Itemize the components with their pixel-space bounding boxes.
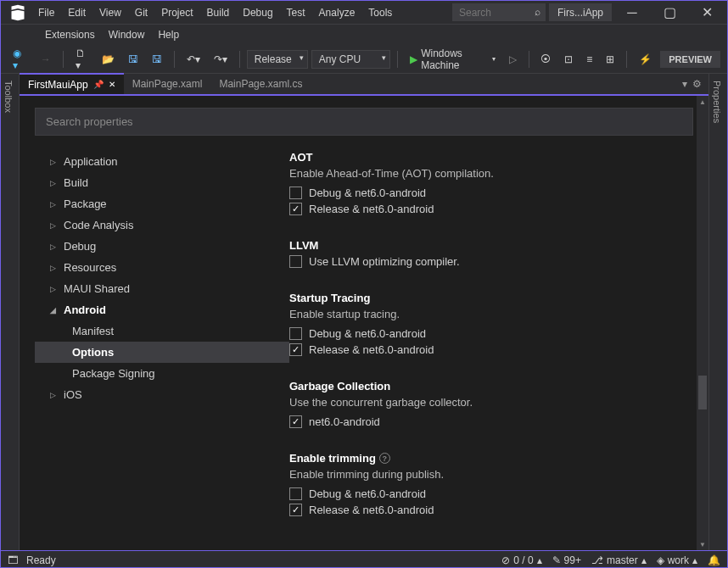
checkbox-label: Release & net6.0-android [309,343,434,356]
new-item-button[interactable]: 🗋▾ [70,44,94,75]
checkbox[interactable] [289,487,302,500]
platform-selector[interactable]: Any CPU [311,50,391,69]
tree-item-maui-shared[interactable]: ▷MAUI Shared [35,278,289,299]
toolbar-icon-5[interactable]: ⚡ [634,50,657,69]
project-properties-panel: Search properties ▷Application▷Build▷Pac… [20,96,708,550]
save-all-button[interactable]: 🖫 [147,50,167,69]
tree-item-package-signing[interactable]: Package Signing [35,363,289,384]
section-startup-tracing: Startup TracingEnable startup tracing.De… [289,292,686,356]
tree-item-android[interactable]: ◢Android [35,299,289,320]
menu-test[interactable]: Test [280,3,312,22]
menu-tools[interactable]: Tools [361,3,399,22]
scrollbar-vertical[interactable]: ▲ ▼ [697,96,708,550]
menu-debug[interactable]: Debug [236,3,279,22]
repo-indicator[interactable]: ◈ work ▴ [657,554,697,566]
properties-tab[interactable]: Properties [709,74,725,130]
toolbox-tab[interactable]: Toolbox [1,74,16,120]
toolbar-icon-3[interactable]: ≡ [581,50,597,69]
tree-item-debug[interactable]: ▷Debug [35,236,289,257]
checkbox-label: Debug & net6.0-android [309,327,426,340]
forward-button[interactable]: → [36,50,56,69]
output-icon[interactable]: 🗔 [8,554,18,566]
solution-selector[interactable]: Firs...iApp [549,3,612,21]
section-desc: Enable trimming during publish. [289,468,686,481]
scroll-thumb[interactable] [698,376,707,409]
menu-project[interactable]: Project [154,3,199,22]
tabs-overflow-icon[interactable]: ▾ [682,78,687,90]
notifications-icon[interactable]: 🔔 [708,554,720,566]
titlebar-search[interactable] [452,3,546,21]
tree-arrow-icon: ◢ [50,306,59,315]
content-area: FirstMauiApp📌✕MainPage.xamlMainPage.xaml… [20,74,708,550]
preview-badge[interactable]: PREVIEW [660,51,720,68]
undo-button[interactable]: ↶▾ [182,50,205,69]
branch-indicator[interactable]: ⎇ master ▴ [591,554,647,566]
scroll-down-arrow[interactable]: ▼ [697,538,708,550]
section-enable-trimming: Enable trimming?Enable trimming during p… [289,452,686,516]
search-properties-input[interactable]: Search properties [35,108,693,136]
menu-edit[interactable]: Edit [61,3,92,22]
toolbar-icon-4[interactable]: ⊞ [601,50,619,69]
checkbox-label: net6.0-android [309,415,380,428]
menu-analyze[interactable]: Analyze [312,3,362,22]
tree-item-ios[interactable]: ▷iOS [35,384,289,405]
checkbox[interactable] [289,187,302,199]
menu-help[interactable]: Help [151,25,186,44]
tree-item-application[interactable]: ▷Application [35,151,289,172]
toolbar-icon-2[interactable]: ⊡ [559,50,578,69]
error-count[interactable]: ⊘ 0 / 0 ▴ [501,554,541,566]
checkbox[interactable] [289,343,302,356]
scroll-up-arrow[interactable]: ▲ [697,96,708,108]
save-button[interactable]: 🖫 [123,50,143,69]
start-debug-button[interactable]: ▶Windows Machine▾ [405,44,500,75]
tree-item-package[interactable]: ▷Package [35,193,289,214]
section-desc: Enable startup tracing. [289,308,686,320]
redo-button[interactable]: ↷▾ [209,50,232,69]
menu-git[interactable]: Git [128,3,154,22]
back-button[interactable]: ◉ ▾ [8,44,32,75]
doc-tab[interactable]: FirstMauiApp📌✕ [20,73,124,94]
close-tab-icon[interactable]: ✕ [109,80,115,89]
menu-window[interactable]: Window [102,25,152,44]
close-button[interactable]: ✕ [690,3,724,23]
toolbar-icon-1[interactable]: ⦿ [535,50,556,69]
checkbox-label: Use LLVM optimizing compiler. [309,255,460,268]
tree-item-manifest[interactable]: Manifest [35,320,289,342]
checkbox[interactable] [289,415,302,428]
checkbox[interactable] [289,255,302,268]
search-icon: ⌕ [535,6,540,18]
help-icon[interactable]: ? [379,453,390,464]
menu-view[interactable]: View [92,3,128,22]
open-button[interactable]: 📂 [97,50,120,69]
tree-item-label: Resources [64,261,116,274]
doc-tab[interactable]: MainPage.xaml.cs [210,74,311,94]
checkbox[interactable] [289,327,302,340]
tree-arrow-icon: ▷ [50,179,59,187]
tree-item-options[interactable]: Options [35,342,289,363]
tree-item-label: Application [64,155,118,168]
tree-arrow-icon: ▷ [50,158,59,166]
config-selector[interactable]: Release [247,50,308,69]
tree-arrow-icon: ▷ [50,391,59,399]
menu-file[interactable]: File [31,3,61,22]
menu-extensions[interactable]: Extensions [38,25,102,44]
tree-item-build[interactable]: ▷Build [35,172,289,193]
section-title: Garbage Collection [289,380,686,393]
tree-item-resources[interactable]: ▷Resources [35,257,289,278]
menu-build[interactable]: Build [200,3,237,22]
doc-tab[interactable]: MainPage.xaml [124,74,211,94]
start-without-debug-button[interactable]: ▷ [504,50,522,69]
tabs-settings-icon[interactable]: ⚙ [692,78,702,90]
maximize-button[interactable]: ▢ [652,3,686,23]
pending-changes[interactable]: ✎ 99+ [552,554,581,566]
tree-arrow-icon: ▷ [50,200,59,209]
checkbox-row: Use LLVM optimizing compiler. [289,255,686,268]
checkbox[interactable] [289,504,302,516]
doc-tab-label: FirstMauiApp [28,79,88,91]
document-tabs: FirstMauiApp📌✕MainPage.xamlMainPage.xaml… [20,74,708,96]
checkbox[interactable] [289,203,302,215]
minimize-button[interactable]: ─ [615,3,649,23]
tree-item-code-analysis[interactable]: ▷Code Analysis [35,214,289,236]
pin-icon[interactable]: 📌 [93,80,104,89]
status-ready: Ready [26,554,56,566]
